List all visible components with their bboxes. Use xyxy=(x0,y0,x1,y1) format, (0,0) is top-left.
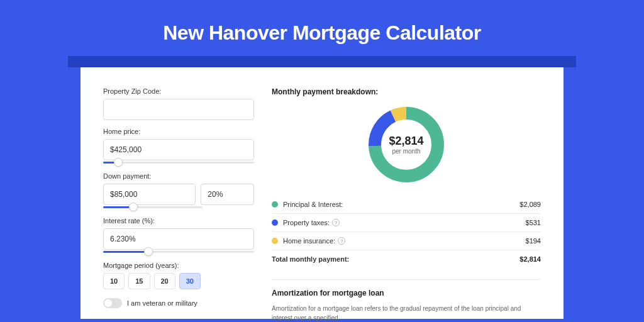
breakdown-label: Property taxes: ? xyxy=(283,219,526,226)
period-btn-10[interactable]: 10 xyxy=(103,273,125,289)
down-payment-slider[interactable] xyxy=(103,204,203,209)
down-payment-field-group: Down payment: xyxy=(103,172,254,209)
breakdown-label: Home insurance: ? xyxy=(283,237,526,245)
breakdown-label-text: Property taxes: xyxy=(283,219,330,226)
interest-label: Interest rate (%): xyxy=(103,217,254,225)
period-field-group: Mortgage period (years): 10 15 20 30 xyxy=(103,262,254,289)
amortization-text: Amortization for a mortgage loan refers … xyxy=(272,304,541,322)
inputs-panel: Property Zip Code: Home price: Down paym… xyxy=(103,87,254,306)
total-label: Total monthly payment: xyxy=(272,255,519,263)
slider-thumb[interactable] xyxy=(144,247,153,256)
donut-container: $2,814 per month xyxy=(272,105,541,184)
home-price-label: Home price: xyxy=(103,128,254,135)
down-payment-pct-input[interactable] xyxy=(201,184,254,205)
interest-input[interactable] xyxy=(103,228,254,250)
period-buttons: 10 15 20 30 xyxy=(103,273,254,289)
period-btn-20[interactable]: 20 xyxy=(154,273,175,289)
total-value: $2,814 xyxy=(519,255,541,263)
zip-field-group: Property Zip Code: xyxy=(103,87,254,120)
breakdown-row-total: Total monthly payment: $2,814 xyxy=(272,250,541,268)
breakdown-title: Monthly payment breakdown: xyxy=(272,87,541,96)
breakdown-value: $194 xyxy=(526,237,541,245)
page-header: New Hanover Mortgage Calculator xyxy=(0,0,644,56)
home-price-input[interactable] xyxy=(103,139,254,160)
breakdown-label-text: Home insurance: xyxy=(283,237,335,245)
down-payment-input[interactable] xyxy=(103,184,196,205)
interest-field-group: Interest rate (%): xyxy=(103,217,254,254)
breakdown-value: $2,089 xyxy=(519,201,541,208)
period-label: Mortgage period (years): xyxy=(103,262,254,269)
card-shadow xyxy=(68,56,576,67)
zip-label: Property Zip Code: xyxy=(103,87,254,95)
breakdown-label: Principal & Interest: xyxy=(283,201,519,208)
period-btn-30[interactable]: 30 xyxy=(179,273,201,289)
donut-sub: per month xyxy=(389,148,423,155)
breakdown-value: $531 xyxy=(526,219,541,226)
slider-thumb[interactable] xyxy=(129,203,138,211)
interest-slider[interactable] xyxy=(103,249,254,254)
slider-track xyxy=(103,162,254,164)
page-title: New Hanover Mortgage Calculator xyxy=(0,21,644,45)
veteran-label: I am veteran or military xyxy=(127,299,197,307)
down-payment-label: Down payment: xyxy=(103,172,254,180)
slider-fill xyxy=(103,251,148,253)
veteran-toggle[interactable] xyxy=(103,298,122,308)
calculator-card: Property Zip Code: Home price: Down paym… xyxy=(80,67,564,319)
slider-thumb[interactable] xyxy=(114,158,123,167)
home-price-slider[interactable] xyxy=(103,160,254,165)
zip-input[interactable] xyxy=(103,99,254,120)
legend-dot-blue xyxy=(272,219,278,226)
donut-center: $2,814 per month xyxy=(389,135,423,155)
legend-dot-yellow xyxy=(272,238,278,244)
legend-dot-green xyxy=(272,201,278,208)
veteran-toggle-row: I am veteran or military xyxy=(103,298,254,308)
amortization-section: Amortization for mortgage loan Amortizat… xyxy=(272,279,541,322)
results-panel: Monthly payment breakdown: $2,814 per mo… xyxy=(272,87,541,306)
donut-total: $2,814 xyxy=(389,135,423,148)
info-icon[interactable]: ? xyxy=(338,237,345,245)
breakdown-row-insurance: Home insurance: ? $194 xyxy=(272,231,541,250)
breakdown-row-taxes: Property taxes: ? $531 xyxy=(272,213,541,231)
info-icon[interactable]: ? xyxy=(332,219,340,226)
amortization-title: Amortization for mortgage loan xyxy=(272,289,541,297)
home-price-field-group: Home price: xyxy=(103,128,254,165)
toggle-knob xyxy=(104,299,112,307)
donut-chart: $2,814 per month xyxy=(367,105,446,184)
breakdown-row-principal: Principal & Interest: $2,089 xyxy=(272,196,541,213)
period-btn-15[interactable]: 15 xyxy=(128,273,150,289)
